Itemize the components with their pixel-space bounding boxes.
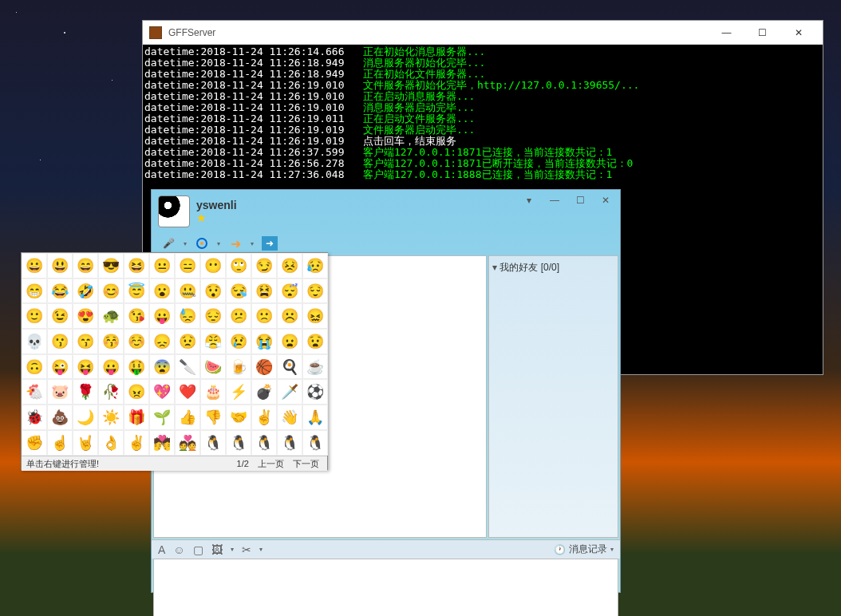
emoji-cell[interactable]: 🐢 [98,303,124,329]
emoji-icon[interactable]: ☺ [173,543,184,556]
emoji-cell[interactable]: ☀️ [98,405,124,430]
emoji-cell[interactable]: 😛 [98,354,124,380]
friend-group[interactable]: 我的好友 [0/0] [492,261,614,274]
emoji-cell[interactable]: ⚽ [302,379,328,405]
emoji-cell[interactable]: 😎 [98,253,124,278]
emoji-cell[interactable]: 😔 [200,303,226,329]
emoji-cell[interactable]: 😘 [124,303,149,329]
mic-icon[interactable]: 🎤 [161,236,176,251]
emoji-cell[interactable]: 💣 [251,379,277,405]
emoji-cell[interactable]: 😭 [251,329,277,354]
emoji-cell[interactable]: 🤐 [175,278,200,304]
emoji-cell[interactable]: 🐔 [22,379,47,405]
target-dropdown[interactable]: ▾ [217,240,220,247]
share-dropdown[interactable]: ▾ [251,240,254,247]
emoji-cell[interactable]: 😚 [98,329,124,354]
emoji-cell[interactable]: 🙂 [22,303,47,329]
emoji-cell[interactable]: 😌 [302,278,328,304]
emoji-cell[interactable]: 😏 [251,253,277,278]
forward-icon[interactable]: ➜ [262,236,278,251]
emoji-cell[interactable]: 😥 [302,253,328,278]
emoji-cell[interactable]: 👌 [98,430,124,456]
scissors-icon[interactable]: ✂ [242,543,251,556]
chat-dropdown-icon[interactable]: ▾ [519,195,539,209]
emoji-cell[interactable]: ⚡ [226,379,251,405]
emoji-cell[interactable]: 😴 [277,278,302,304]
emoji-cell[interactable]: ✌️ [124,430,149,456]
emoji-cell[interactable]: 🌹 [73,379,98,405]
emoji-cell[interactable]: 😜 [47,354,73,380]
emoji-cell[interactable]: 😑 [175,253,200,278]
emoji-cell[interactable]: ☝️ [47,430,73,456]
history-dropdown[interactable]: ▾ [610,546,614,553]
emoji-cell[interactable]: 👋 [277,405,302,430]
emoji-cell[interactable]: 😞 [149,329,175,354]
gif-icon[interactable]: ▢ [193,543,203,556]
emoji-cell[interactable]: 💩 [47,405,73,430]
emoji-cell[interactable]: 😤 [200,329,226,354]
emoji-cell[interactable]: 😢 [226,329,251,354]
emoji-cell[interactable]: 😃 [47,253,73,278]
avatar[interactable] [158,195,190,227]
emoji-cell[interactable]: 🐧 [302,430,328,456]
emoji-cell[interactable]: 🍳 [277,354,302,380]
emoji-cell[interactable]: ✌️ [251,405,277,430]
emoji-cell[interactable]: 🌱 [149,405,175,430]
emoji-cell[interactable]: 🙏 [302,405,328,430]
emoji-cell[interactable]: ❤️ [175,379,200,405]
emoji-cell[interactable]: 😧 [302,329,328,354]
emoji-cell[interactable]: ☹️ [277,303,302,329]
emoji-cell[interactable]: 😮 [149,278,175,304]
emoji-cell[interactable]: 😛 [149,303,175,329]
emoji-cell[interactable]: 😦 [277,329,302,354]
emoji-cell[interactable]: 🐧 [226,430,251,456]
font-icon[interactable]: A [158,543,165,556]
emoji-cell[interactable]: 😆 [124,253,149,278]
share-arrow-icon[interactable]: ➜ [228,236,243,251]
mic-dropdown[interactable]: ▾ [184,240,187,247]
emoji-cell[interactable]: 🍉 [200,354,226,380]
emoji-cell[interactable]: ☺️ [124,329,149,354]
target-icon[interactable] [195,236,209,251]
emoji-cell[interactable]: 🔪 [175,354,200,380]
emoji-cell[interactable]: 🙁 [251,303,277,329]
emoji-cell[interactable]: 😟 [175,329,200,354]
minimize-button[interactable]: — [709,22,744,44]
maximize-button[interactable]: ☐ [744,22,780,44]
message-history-button[interactable]: 🕐 消息记录 ▾ [554,543,614,556]
scissors-dropdown[interactable]: ▾ [259,546,263,553]
emoji-cell[interactable]: 🐧 [251,430,277,456]
emoji-cell[interactable]: 😕 [226,303,251,329]
emoji-cell[interactable]: 😊 [98,278,124,304]
emoji-cell[interactable]: ✊ [22,430,47,456]
emoji-cell[interactable]: 🏀 [251,354,277,380]
emoji-cell[interactable]: 🐧 [277,430,302,456]
emoji-cell[interactable]: 🤑 [124,354,149,380]
emoji-cell[interactable]: 😠 [124,379,149,405]
message-input[interactable] [153,559,618,616]
emoji-cell[interactable]: 🍺 [226,354,251,380]
emoji-cell[interactable]: 😐 [149,253,175,278]
emoji-next-button[interactable]: 下一页 [293,459,319,468]
emoji-cell[interactable]: 😗 [47,329,73,354]
emoji-cell[interactable]: 🐞 [22,405,47,430]
emoji-cell[interactable]: 🐷 [47,379,73,405]
emoji-cell[interactable]: 💖 [149,379,175,405]
emoji-cell[interactable]: 🤣 [73,278,98,304]
emoji-cell[interactable]: 🤝 [226,405,251,430]
emoji-cell[interactable]: 😉 [47,303,73,329]
emoji-cell[interactable]: 💀 [22,329,47,354]
emoji-cell[interactable]: 😪 [226,278,251,304]
close-button[interactable]: ✕ [780,22,816,44]
emoji-cell[interactable]: 👎 [200,405,226,430]
image-dropdown[interactable]: ▾ [231,546,234,553]
emoji-cell[interactable]: 😖 [302,303,328,329]
emoji-cell[interactable]: 😣 [277,253,302,278]
emoji-cell[interactable]: 🎂 [200,379,226,405]
emoji-cell[interactable]: 😂 [47,278,73,304]
emoji-cell[interactable]: 💑 [175,430,200,456]
emoji-prev-button[interactable]: 上一页 [258,459,284,468]
emoji-cell[interactable]: 🎁 [124,405,149,430]
emoji-cell[interactable]: 😇 [124,278,149,304]
emoji-cell[interactable]: 😍 [73,303,98,329]
